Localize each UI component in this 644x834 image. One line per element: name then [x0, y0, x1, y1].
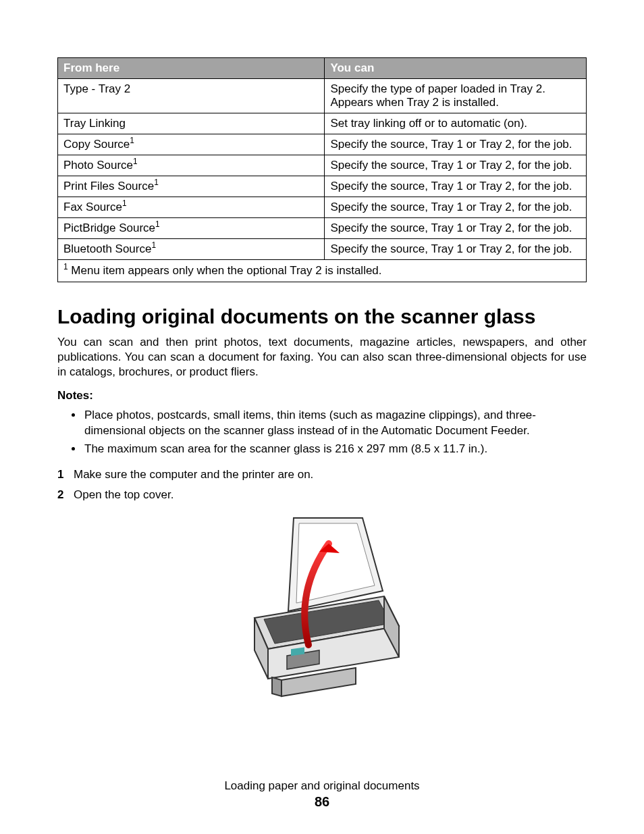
cell-desc: Specify the source, Tray 1 or Tray 2, fo… — [330, 138, 572, 151]
cell-sup: 1 — [155, 219, 160, 229]
footnote-sup: 1 — [63, 262, 68, 271]
cell-sup: 1 — [154, 178, 159, 187]
svg-marker-10 — [272, 677, 281, 696]
cell-desc: Specify the type of paper loaded in Tray… — [330, 82, 581, 96]
table-row: Type - Tray 2 Specify the type of paper … — [58, 79, 587, 113]
table-row: Tray Linking Set tray linking off or to … — [58, 113, 587, 134]
cell-label: Fax Source — [63, 201, 122, 213]
list-item: Place photos, postcards, small items, th… — [83, 408, 587, 439]
cell-desc: Specify the source, Tray 1 or Tray 2, fo… — [330, 201, 572, 213]
table-header-from: From here — [58, 58, 325, 79]
table-footnote-row: 1 Menu item appears only when the option… — [58, 260, 587, 282]
table-row: Photo Source1 Specify the source, Tray 1… — [58, 155, 587, 176]
cell-label: Bluetooth Source — [63, 242, 151, 255]
cell-desc: Specify the source, Tray 1 or Tray 2, fo… — [330, 180, 572, 192]
notes-label: Notes: — [57, 389, 587, 402]
intro-paragraph: You can scan and then print photos, text… — [57, 335, 587, 380]
table-row: PictBridge Source1 Specify the source, T… — [58, 218, 587, 239]
cell-label: Type - Tray 2 — [63, 82, 130, 95]
table-row: Print Files Source1 Specify the source, … — [58, 176, 587, 197]
list-item: Open the top cover. — [57, 487, 587, 503]
table-row: Fax Source1 Specify the source, Tray 1 o… — [58, 197, 587, 218]
table-header-youcan: You can — [325, 58, 587, 79]
cell-label: Tray Linking — [63, 117, 126, 130]
cell-sup: 1 — [130, 136, 134, 145]
footer-page-number: 86 — [0, 794, 644, 810]
document-page: From here You can Type - Tray 2 Specify … — [0, 0, 644, 834]
cell-sup: 1 — [122, 199, 127, 208]
notes-list: Place photos, postcards, small items, th… — [57, 408, 587, 457]
cell-label: Print Files Source — [63, 180, 154, 192]
page-footer: Loading paper and original documents 86 — [0, 779, 644, 810]
cell-desc: Specify the source, Tray 1 or Tray 2, fo… — [330, 221, 572, 234]
table-row: Bluetooth Source1 Specify the source, Tr… — [58, 239, 587, 260]
footnote-text: Menu item appears only when the optional… — [68, 264, 382, 277]
list-item: Make sure the computer and the printer a… — [57, 467, 587, 483]
cell-label: Copy Source — [63, 138, 130, 151]
cell-sup: 1 — [133, 157, 138, 166]
section-heading: Loading original documents on the scanne… — [57, 305, 587, 328]
cell-label: Photo Source — [63, 159, 133, 172]
steps-list: Make sure the computer and the printer a… — [57, 467, 587, 503]
cell-desc: Set tray linking off or to automatic (on… — [330, 117, 527, 130]
footer-chapter: Loading paper and original documents — [0, 779, 644, 793]
figure-container — [57, 510, 587, 706]
cell-sup: 1 — [151, 240, 156, 250]
cell-desc: Specify the source, Tray 1 or Tray 2, fo… — [330, 242, 572, 255]
printer-illustration-icon — [234, 510, 410, 706]
table-row: Copy Source1 Specify the source, Tray 1 … — [58, 134, 587, 155]
cell-label: PictBridge Source — [63, 221, 155, 234]
menu-table: From here You can Type - Tray 2 Specify … — [57, 57, 587, 282]
cell-desc: Specify the source, Tray 1 or Tray 2, fo… — [330, 159, 572, 172]
list-item: The maximum scan area for the scanner gl… — [83, 442, 587, 457]
cell-desc: Appears when Tray 2 is installed. — [330, 96, 581, 109]
